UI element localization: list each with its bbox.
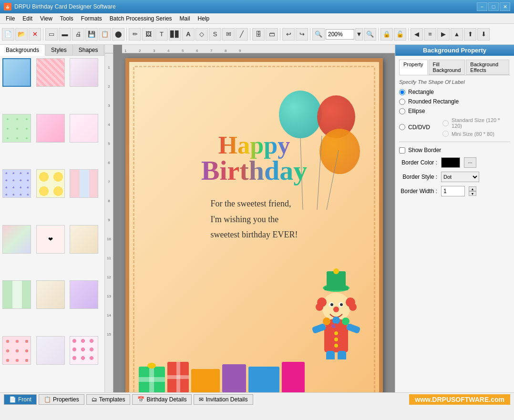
tb-down[interactable]: ⬇ [477,28,490,41]
tb-sep4 [280,28,280,41]
bg-thumb-17[interactable] [36,336,65,365]
bg-thumb-12[interactable] [70,225,98,254]
tb-print[interactable]: 🖨 [72,28,84,41]
templates-icon: 🗂 [92,396,97,403]
canvas-area: 1 2 3 4 5 6 7 8 9 1 2 3 4 5 6 [105,45,395,392]
bg-thumb-7[interactable] [2,169,31,198]
bg-thumb-2[interactable] [36,58,65,87]
tb-zoom-out[interactable]: 🔍 [364,28,376,41]
bg-thumb-3[interactable] [70,58,98,87]
prop-tab-effects[interactable]: Background Effects [466,60,509,75]
bg-thumb-5[interactable] [36,114,65,143]
tb-text[interactable]: T [155,28,168,41]
close-button[interactable]: ✕ [500,2,510,11]
status-tab-templates[interactable]: 🗂 Templates [86,394,131,405]
prop-tab-fill[interactable]: Fill Background [429,60,465,75]
tb-circle[interactable]: ⬤ [112,28,124,41]
menu-help[interactable]: Help [194,14,214,23]
tb-lines[interactable]: ≡ [424,28,436,41]
tb-image[interactable]: 🖼 [142,28,154,41]
status-tab-invitation[interactable]: ✉ Invitation Details [194,394,253,405]
properties-label: Properties [53,396,79,403]
tb-lock2[interactable]: 🔓 [394,28,406,41]
tb-bar[interactable]: ▊▊ [169,28,181,41]
tab-styles[interactable]: Styles [45,45,73,55]
birthday-card[interactable]: Happy Birthday For the sweetest friend, … [125,58,383,392]
radio-rectangle-input[interactable] [399,89,405,95]
status-tab-birthday[interactable]: 📅 Birthday Details [132,394,192,405]
bg-thumb-4[interactable] [2,114,31,143]
radio-ellipse-input[interactable] [399,108,405,114]
tb-left[interactable]: ◀ [411,28,423,41]
cdvd-mini-input[interactable] [442,131,449,137]
bg-thumb-16[interactable] [2,336,31,365]
bg-thumb-8[interactable] [36,169,65,198]
tb-bold-a[interactable]: A [182,28,195,41]
border-color-swatch[interactable] [441,157,460,168]
tab-shapes[interactable]: Shapes [73,45,104,55]
menu-edit[interactable]: Edit [19,14,36,23]
menu-formats[interactable]: Formats [77,14,106,23]
tb-mail[interactable]: ✉ [222,28,235,41]
bg-thumb-15[interactable] [70,280,98,309]
bg-thumb-1[interactable] [2,58,31,87]
menu-mail[interactable]: Mail [176,14,194,23]
tb-sig[interactable]: S [209,28,221,41]
radio-cdvd-label: CD/DVD [408,124,430,131]
tb-uparr[interactable]: ⬆ [464,28,476,41]
tb-save[interactable]: 💾 [85,28,98,41]
tb-rect[interactable]: ▭ [45,28,58,41]
bg-thumb-10[interactable] [2,225,31,254]
zoom-input[interactable] [326,29,354,40]
tb-rect2[interactable]: ▬ [59,28,71,41]
border-style-select[interactable]: Dot Dash Solid DashDot [441,172,479,182]
bg-thumb-9[interactable] [70,169,98,198]
tb-db1[interactable]: 🗄 [252,28,265,41]
bg-thumb-18[interactable] [70,336,98,365]
website-badge: www.DRPUSOFTWARE.com [409,394,510,405]
tab-backgrounds[interactable]: Backgrounds [0,45,45,56]
show-border-checkbox[interactable] [399,147,405,154]
bg-thumb-14[interactable] [36,280,65,309]
bg-thumb-13[interactable] [2,280,31,309]
tb-new[interactable]: 📄 [2,28,14,41]
restore-button[interactable]: □ [488,2,499,11]
tb-shape[interactable]: ◇ [195,28,208,41]
tb-back[interactable]: ↩ [282,28,295,41]
zoom-dropdown[interactable]: ▼ [355,28,363,41]
left-panel: Backgrounds Styles Shapes ❤ [0,45,105,392]
border-color-picker-btn[interactable]: ··· [464,157,476,168]
menu-batch[interactable]: Batch Processing Series [106,14,176,23]
bg-thumb-11[interactable]: ❤ [36,225,65,254]
tb-open[interactable]: 📂 [15,28,28,41]
rv-7: 7 [105,173,113,192]
left-tabs: Backgrounds Styles Shapes [0,45,104,56]
radio-cdvd-input[interactable] [399,124,405,130]
tb-pen[interactable]: ✏ [129,28,141,41]
tb-close[interactable]: ✕ [29,28,41,41]
menu-file[interactable]: File [2,14,19,23]
status-tab-front[interactable]: 📄 Front [4,394,37,405]
tb-copy[interactable]: 📋 [99,28,111,41]
radio-rounded-input[interactable] [399,99,405,105]
menu-view[interactable]: View [36,14,56,23]
spin-up[interactable]: ▲ [469,186,476,191]
spin-down[interactable]: ▼ [469,191,476,196]
tb-zoom-in[interactable]: 🔍 [312,28,325,41]
app-icon: 🎂 [4,3,11,10]
prop-tab-property[interactable]: Property [399,60,428,75]
tb-line[interactable]: ╱ [236,28,248,41]
tb-right[interactable]: ▶ [437,28,450,41]
tb-fwd[interactable]: ↪ [296,28,308,41]
tb-lock1[interactable]: 🔒 [380,28,393,41]
border-width-input[interactable] [441,186,465,196]
tb-db2[interactable]: 🗃 [266,28,278,41]
ruler-vertical: 1 2 3 4 5 6 7 8 9 10 11 12 13 14 15 [105,53,113,392]
clown-svg [305,264,367,359]
bg-thumb-6[interactable] [70,114,98,143]
menu-tools[interactable]: Tools [56,14,77,23]
tb-up[interactable]: ▲ [451,28,463,41]
cdvd-standard-input[interactable] [442,120,449,126]
status-tab-properties[interactable]: 📋 Properties [39,394,84,405]
minimize-button[interactable]: − [477,2,487,11]
